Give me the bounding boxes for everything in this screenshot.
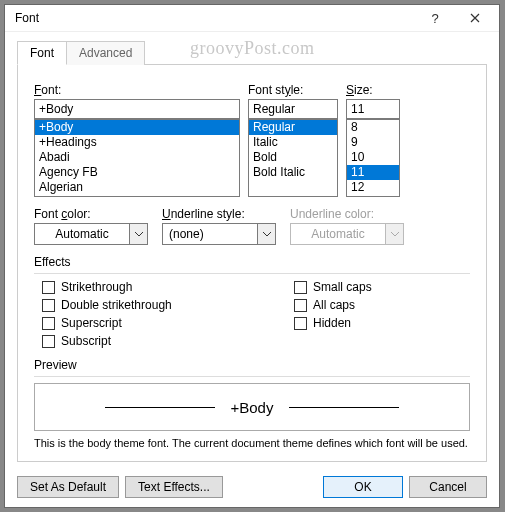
- close-icon: [470, 13, 480, 23]
- list-item[interactable]: Regular: [249, 120, 337, 135]
- underline-color-combo: Automatic: [290, 223, 404, 245]
- checkbox-icon: [42, 335, 55, 348]
- preview-line: [289, 407, 399, 408]
- list-item[interactable]: Algerian: [35, 180, 239, 195]
- list-item[interactable]: Bold: [249, 150, 337, 165]
- tab-strip: Font Advanced: [17, 40, 499, 64]
- check-superscript[interactable]: Superscript: [42, 316, 294, 330]
- list-item[interactable]: +Body: [35, 120, 239, 135]
- font-dialog: Font ? groovyPost.com Font Advanced Font…: [4, 4, 500, 508]
- ok-button[interactable]: OK: [323, 476, 403, 498]
- checkbox-icon: [294, 281, 307, 294]
- preview-label: Preview: [34, 358, 470, 372]
- font-color-combo[interactable]: Automatic: [34, 223, 148, 245]
- set-default-button[interactable]: Set As Default: [17, 476, 119, 498]
- help-button[interactable]: ?: [415, 5, 455, 31]
- checkbox-icon: [42, 281, 55, 294]
- size-listbox[interactable]: 8 9 10 11 12: [346, 119, 400, 197]
- size-label: Size:: [346, 83, 400, 97]
- check-subscript[interactable]: Subscript: [42, 334, 294, 348]
- chevron-down-icon: [129, 224, 147, 244]
- underline-style-label: Underline style:: [162, 207, 276, 221]
- check-strikethrough[interactable]: Strikethrough: [42, 280, 294, 294]
- dialog-footer: Set As Default Text Effects... OK Cancel: [5, 470, 499, 508]
- list-item[interactable]: Abadi: [35, 150, 239, 165]
- dialog-title: Font: [15, 11, 415, 25]
- tab-advanced[interactable]: Advanced: [66, 41, 145, 65]
- check-hidden[interactable]: Hidden: [294, 316, 372, 330]
- font-label: Font:: [34, 83, 240, 97]
- underline-style-combo[interactable]: (none): [162, 223, 276, 245]
- list-item[interactable]: 11: [347, 165, 399, 180]
- preview-text: +Body: [231, 399, 274, 416]
- divider: [34, 273, 470, 274]
- close-button[interactable]: [455, 5, 495, 31]
- checkbox-icon: [42, 299, 55, 312]
- list-item[interactable]: Italic: [249, 135, 337, 150]
- titlebar: Font ?: [5, 5, 499, 32]
- chevron-down-icon: [385, 224, 403, 244]
- tab-panel-font: Font: +Body +Headings Abadi Agency FB Al…: [17, 64, 487, 462]
- font-listbox[interactable]: +Body +Headings Abadi Agency FB Algerian: [34, 119, 240, 197]
- style-input[interactable]: [248, 99, 338, 119]
- list-item[interactable]: 10: [347, 150, 399, 165]
- text-effects-button[interactable]: Text Effects...: [125, 476, 223, 498]
- checkbox-icon: [294, 299, 307, 312]
- effects-label: Effects: [34, 255, 470, 269]
- style-listbox[interactable]: Regular Italic Bold Bold Italic: [248, 119, 338, 197]
- style-label: Font style:: [248, 83, 338, 97]
- list-item[interactable]: Agency FB: [35, 165, 239, 180]
- divider: [34, 376, 470, 377]
- cancel-button[interactable]: Cancel: [409, 476, 487, 498]
- preview-desc: This is the body theme font. The current…: [34, 437, 470, 449]
- underline-color-label: Underline color:: [290, 207, 404, 221]
- check-double-strikethrough[interactable]: Double strikethrough: [42, 298, 294, 312]
- list-item[interactable]: 12: [347, 180, 399, 195]
- list-item[interactable]: 8: [347, 120, 399, 135]
- font-color-label: Font color:: [34, 207, 148, 221]
- check-small-caps[interactable]: Small caps: [294, 280, 372, 294]
- list-item[interactable]: Bold Italic: [249, 165, 337, 180]
- preview-line: [105, 407, 215, 408]
- list-item[interactable]: 9: [347, 135, 399, 150]
- preview-box: +Body: [34, 383, 470, 431]
- list-item[interactable]: +Headings: [35, 135, 239, 150]
- font-input[interactable]: [34, 99, 240, 119]
- checkbox-icon: [42, 317, 55, 330]
- size-input[interactable]: [346, 99, 400, 119]
- checkbox-icon: [294, 317, 307, 330]
- chevron-down-icon: [257, 224, 275, 244]
- check-all-caps[interactable]: All caps: [294, 298, 372, 312]
- tab-font[interactable]: Font: [17, 41, 67, 65]
